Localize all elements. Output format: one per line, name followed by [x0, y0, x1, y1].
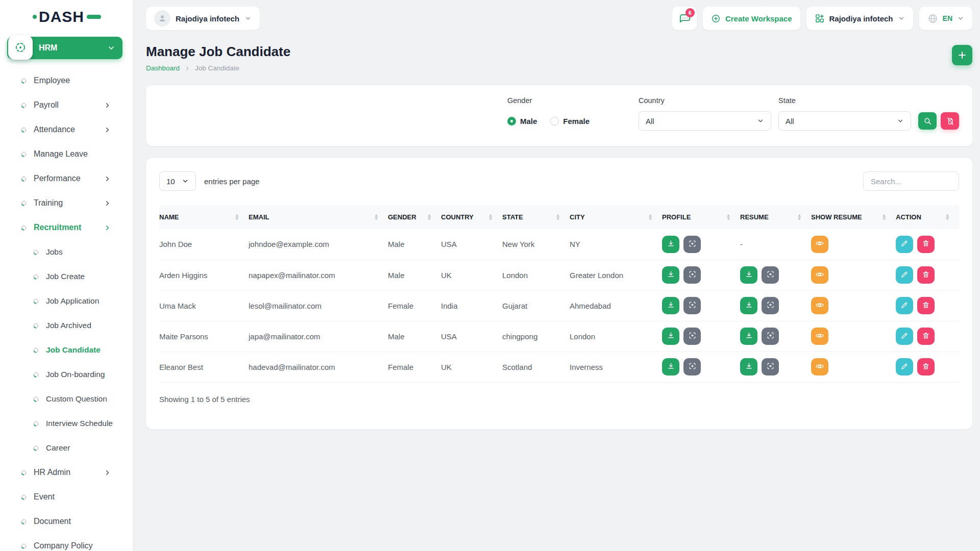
sidebar-item-recruitment[interactable]: Recruitment: [0, 215, 133, 240]
profile-preview-button[interactable]: [683, 328, 701, 345]
sort-icon: ▲▼: [235, 214, 238, 220]
sidebar-item-job-archived[interactable]: Job Archived: [0, 313, 133, 338]
breadcrumb-dashboard-link[interactable]: Dashboard: [146, 64, 180, 72]
profile-download-button[interactable]: [662, 297, 679, 314]
profile-download-button[interactable]: [662, 358, 679, 375]
bullet-icon: [33, 273, 39, 280]
sidebar-item-interview-schedule[interactable]: Interview Schedule: [0, 411, 133, 436]
sidebar-item-hr-admin[interactable]: HR Admin: [0, 460, 133, 485]
sidebar-item-job-on-boarding[interactable]: Job On-boarding: [0, 362, 133, 387]
sidebar-item-attendance[interactable]: Attendance: [0, 117, 133, 142]
hrm-module-icon: [8, 35, 33, 60]
sidebar-item-jobs[interactable]: Jobs: [0, 240, 133, 264]
download-icon: [745, 270, 753, 280]
column-label: GENDER: [388, 213, 416, 221]
chevron-down-icon: [757, 117, 764, 124]
country-select[interactable]: All: [639, 111, 771, 131]
sidebar-item-label: Recruitment: [34, 223, 81, 232]
resume-download-button[interactable]: [740, 358, 757, 375]
profile-preview-button[interactable]: [683, 358, 701, 375]
column-label: PROFILE: [662, 213, 691, 221]
column-header-name[interactable]: NAME▲▼: [159, 205, 249, 229]
column-header-profile[interactable]: PROFILE▲▼: [662, 205, 740, 229]
delete-candidate-button[interactable]: [917, 358, 935, 375]
sidebar-item-custom-question[interactable]: Custom Question: [0, 387, 133, 411]
sidebar-item-company-policy[interactable]: Company Policy: [0, 534, 133, 551]
gender-radio-female[interactable]: Female: [550, 117, 590, 126]
show-resume-button[interactable]: [811, 328, 828, 345]
cell-show-resume: [811, 260, 896, 290]
add-candidate-button[interactable]: [952, 45, 972, 65]
entries-per-page-select[interactable]: 10: [159, 171, 196, 191]
column-header-country[interactable]: COUNTRY▲▼: [441, 205, 502, 229]
column-header-resume[interactable]: RESUME▲▼: [740, 205, 811, 229]
sidebar-item-job-candidate[interactable]: Job Candidate: [0, 338, 133, 362]
resume-preview-button[interactable]: [762, 358, 779, 375]
sidebar-item-payroll[interactable]: Payroll: [0, 93, 133, 117]
column-header-action[interactable]: ACTION▲▼: [896, 205, 959, 229]
cell-resume: [740, 290, 811, 321]
edit-candidate-button[interactable]: [896, 297, 913, 314]
chevron-right-icon: [184, 65, 190, 71]
messages-button[interactable]: 6: [672, 7, 697, 30]
profile-download-button[interactable]: [662, 236, 679, 253]
company-dropdown[interactable]: Rajodiya infotech: [806, 7, 913, 30]
sidebar-item-career[interactable]: Career: [0, 436, 133, 460]
column-header-state[interactable]: STATE▲▼: [502, 205, 570, 229]
profile-download-button[interactable]: [662, 328, 679, 345]
delete-candidate-button[interactable]: [917, 297, 935, 314]
language-dropdown[interactable]: EN: [919, 7, 972, 30]
edit-candidate-button[interactable]: [896, 358, 913, 375]
chevron-right-icon: [104, 469, 111, 477]
edit-candidate-button[interactable]: [896, 266, 913, 284]
delete-candidate-button[interactable]: [917, 266, 935, 284]
apply-filter-button[interactable]: [918, 112, 937, 130]
create-workspace-button[interactable]: Create Workspace: [703, 7, 800, 30]
state-select[interactable]: All: [778, 111, 911, 131]
sidebar-item-label: Jobs: [46, 247, 63, 257]
search-input[interactable]: [863, 171, 959, 191]
delete-candidate-button[interactable]: [917, 236, 935, 253]
show-resume-button[interactable]: [811, 266, 828, 284]
sidebar-item-manage-leave[interactable]: Manage Leave: [0, 142, 133, 166]
profile-preview-button[interactable]: [683, 266, 701, 284]
sidebar-item-employee[interactable]: Employee: [0, 68, 133, 93]
scan-icon: [688, 331, 697, 341]
column-header-gender[interactable]: GENDER▲▼: [388, 205, 441, 229]
show-resume-button[interactable]: [811, 358, 828, 375]
brand-logo[interactable]: DASH: [0, 0, 133, 34]
column-header-show-resume[interactable]: SHOW RESUME▲▼: [811, 205, 896, 229]
download-icon: [667, 239, 675, 249]
workspace-selector[interactable]: Rajodiya infotech: [146, 7, 260, 30]
profile-download-button[interactable]: [662, 266, 679, 284]
sidebar-item-document[interactable]: Document: [0, 509, 133, 534]
column-header-city[interactable]: CITY▲▼: [570, 205, 662, 229]
column-header-email[interactable]: EMAIL▲▼: [249, 205, 388, 229]
scan-icon: [688, 270, 697, 280]
profile-preview-button[interactable]: [683, 236, 701, 253]
resume-preview-button[interactable]: [762, 328, 779, 345]
cell-action: [896, 290, 959, 321]
profile-preview-button[interactable]: [683, 297, 701, 314]
sidebar-item-job-create[interactable]: Job Create: [0, 264, 133, 289]
sidebar-section-hrm[interactable]: HRM: [7, 37, 122, 59]
sidebar-item-training[interactable]: Training: [0, 191, 133, 215]
sidebar-item-event[interactable]: Event: [0, 485, 133, 509]
resume-download-button[interactable]: [740, 297, 757, 314]
table-footer-status: Showing 1 to 5 of 5 entries: [159, 395, 959, 404]
resume-download-button[interactable]: [740, 328, 757, 345]
sidebar-item-job-application[interactable]: Job Application: [0, 289, 133, 313]
sidebar-item-performance[interactable]: Performance: [0, 166, 133, 191]
show-resume-button[interactable]: [811, 236, 828, 253]
edit-candidate-button[interactable]: [896, 236, 913, 253]
eye-icon: [815, 362, 824, 372]
resume-download-button[interactable]: [740, 266, 757, 284]
reset-filter-button[interactable]: [941, 112, 959, 130]
resume-preview-button[interactable]: [762, 266, 779, 284]
delete-candidate-button[interactable]: [917, 328, 935, 345]
edit-candidate-button[interactable]: [896, 328, 913, 345]
show-resume-button[interactable]: [811, 297, 828, 314]
resume-preview-button[interactable]: [762, 297, 779, 314]
table-row: Arden Higginsnapapex@mailinator.comMaleU…: [159, 260, 959, 290]
gender-radio-male[interactable]: Male: [507, 117, 537, 126]
